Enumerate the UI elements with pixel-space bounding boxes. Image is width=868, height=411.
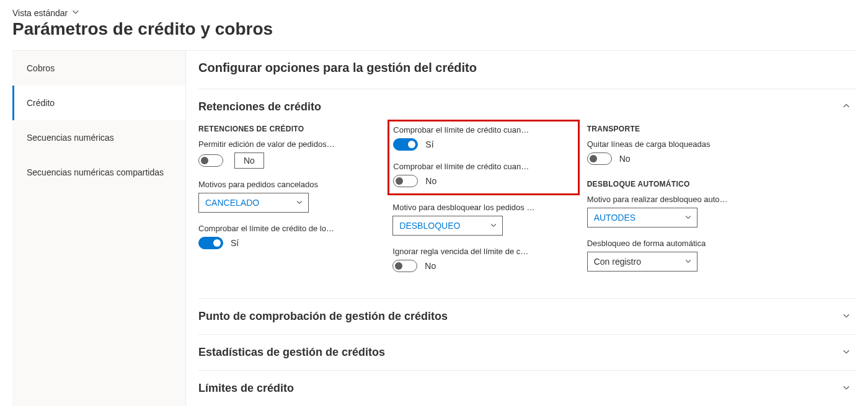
section-limites: Límites de crédito [198, 370, 856, 406]
chevron-down-icon [842, 347, 851, 358]
chevron-down-icon [842, 311, 851, 322]
chevron-down-icon [842, 383, 851, 394]
field-auto-unblock-mode: Desbloqueo de forma automática Con regis… [587, 239, 766, 272]
toggle-check-credit-cuan1[interactable] [393, 138, 418, 151]
field-check-credit-los: Comprobar el límite de crédito de lo… Sí [198, 224, 378, 249]
field-remove-blocked: Quitar líneas de carga bloqueadas No [587, 139, 766, 165]
field-ignore-expired: Ignorar regla vencida del límite de c… N… [392, 247, 572, 272]
section-header-limites[interactable]: Límites de crédito [198, 371, 856, 406]
highlight-box: Comprobar el límite de crédito cuan… Sí … [388, 120, 579, 195]
chevron-down-icon [684, 257, 692, 266]
view-selector-label: Vista estándar [12, 8, 68, 18]
column-center: Comprobar el límite de crédito cuan… Sí … [392, 125, 587, 283]
toggle-allow-edit[interactable] [198, 154, 223, 167]
toggle-text: No [425, 261, 436, 271]
select-value: AUTODES [594, 213, 636, 223]
page-header: Vista estándar Parámetros de crédito y c… [0, 0, 868, 50]
column-retenciones: RETENCIONES DE CRÉDITO Permitir edición … [198, 125, 392, 283]
field-label: Ignorar regla vencida del límite de c… [392, 247, 535, 256]
column-heading: RETENCIONES DE CRÉDITO [198, 125, 378, 133]
page-title: Parámetros de crédito y cobros [12, 19, 856, 39]
column-heading-auto: DESBLOQUE AUTOMÁTICO [587, 180, 766, 188]
toggle-check-credit-cuan2[interactable] [393, 175, 418, 187]
field-unblock-reason: Motivo para desbloquear los pedidos … DE… [392, 203, 572, 236]
select-auto-unblock-reason[interactable]: AUTODES [587, 208, 698, 228]
select-auto-unblock-mode[interactable]: Con registro [587, 252, 698, 272]
field-label: Comprobar el límite de crédito de lo… [198, 224, 341, 233]
toggle-remove-blocked[interactable] [587, 152, 612, 165]
spacer [781, 125, 856, 283]
field-label: Quitar líneas de carga bloqueadas [587, 139, 730, 149]
section-estadisticas: Estadísticas de gestión de créditos [198, 334, 856, 370]
chevron-up-icon [842, 102, 851, 112]
section-punto-comprobacion: Punto de comprobación de gestión de créd… [198, 298, 856, 334]
value-box: No [234, 152, 264, 169]
field-auto-unblock-reason: Motivo para realizar desbloqueo auto… AU… [587, 195, 766, 228]
column-heading-transport: TRANSPORTE [587, 125, 766, 133]
sidebar: Cobros Crédito Secuencias numéricas Secu… [12, 50, 186, 406]
select-unblock-reason[interactable]: DESBLOQUEO [392, 216, 503, 236]
section-body-retenciones: RETENCIONES DE CRÉDITO Permitir edición … [198, 125, 856, 298]
column-right: TRANSPORTE Quitar líneas de carga bloque… [587, 125, 781, 283]
section-title: Límites de crédito [198, 382, 294, 395]
field-label: Comprobar el límite de crédito cuan… [393, 162, 536, 171]
toggle-text: Sí [231, 238, 239, 248]
content-area: Cobros Crédito Secuencias numéricas Secu… [0, 50, 868, 406]
toggle-text: No [619, 154, 631, 164]
sidebar-item-label: Cobros [27, 63, 55, 73]
field-label: Motivo para desbloquear los pedidos … [392, 203, 535, 212]
main-title: Configurar opciones para la gestión del … [198, 51, 856, 89]
sidebar-item-cobros[interactable]: Cobros [12, 51, 185, 86]
sidebar-item-label: Crédito [27, 98, 55, 108]
field-check-credit-cuan2: Comprobar el límite de crédito cuan… No [393, 162, 571, 187]
section-header-punto[interactable]: Punto de comprobación de gestión de créd… [198, 299, 856, 334]
toggle-text: Sí [425, 139, 433, 149]
section-header-estadisticas[interactable]: Estadísticas de gestión de créditos [198, 335, 856, 370]
section-title: Punto de comprobación de gestión de créd… [198, 310, 448, 323]
sidebar-item-label: Secuencias numéricas compartidas [27, 167, 164, 177]
chevron-down-icon [296, 198, 303, 207]
field-label: Motivos para pedidos cancelados [198, 180, 341, 189]
section-title: Estadísticas de gestión de créditos [198, 346, 385, 359]
sidebar-item-credito[interactable]: Crédito [12, 86, 185, 120]
toggle-check-credit-los[interactable] [198, 237, 223, 249]
view-selector[interactable]: Vista estándar [12, 7, 80, 18]
sidebar-item-secuencias-compartidas[interactable]: Secuencias numéricas compartidas [12, 155, 185, 190]
chevron-down-icon [490, 221, 497, 230]
toggle-ignore-expired[interactable] [392, 260, 417, 272]
field-cancel-reason: Motivos para pedidos cancelados CANCELAD… [198, 180, 378, 213]
main-panel: Configurar opciones para la gestión del … [186, 50, 856, 406]
field-check-credit-cuan1: Comprobar el límite de crédito cuan… Sí [393, 125, 571, 151]
field-label: Permitir edición de valor de pedidos… [198, 139, 341, 149]
chevron-down-icon [684, 213, 692, 222]
field-label: Comprobar el límite de crédito cuan… [393, 125, 536, 135]
toggle-text: No [425, 176, 436, 186]
sidebar-item-label: Secuencias numéricas [27, 133, 114, 143]
sidebar-item-secuencias[interactable]: Secuencias numéricas [12, 120, 185, 155]
field-allow-edit: Permitir edición de valor de pedidos… No [198, 139, 378, 169]
field-label: Desbloqueo de forma automática [587, 239, 730, 248]
select-cancel-reason[interactable]: CANCELADO [198, 193, 309, 213]
section-title: Retenciones de crédito [198, 100, 321, 113]
section-retenciones: Retenciones de crédito RETENCIONES DE CR… [198, 89, 856, 298]
field-label: Motivo para realizar desbloqueo auto… [587, 195, 730, 204]
select-value: CANCELADO [205, 198, 259, 208]
chevron-down-icon [71, 7, 80, 18]
select-value: DESBLOQUEO [399, 221, 460, 231]
select-value: Con registro [594, 257, 641, 267]
